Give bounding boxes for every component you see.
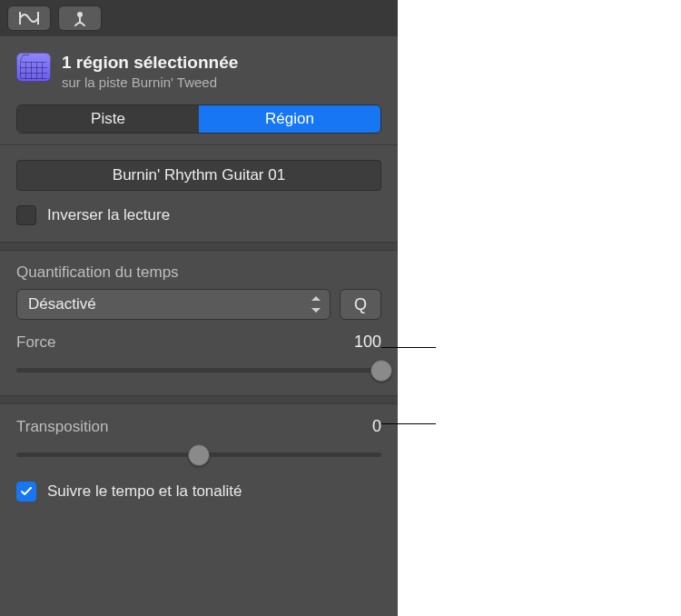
reverse-playback-checkbox[interactable]	[16, 205, 36, 225]
region-name-field[interactable]: Burnin' Rhythm Guitar 01	[16, 160, 381, 191]
tab-region[interactable]: Région	[199, 105, 380, 133]
strength-value: 100	[354, 333, 381, 352]
tab-track[interactable]: Piste	[17, 105, 199, 133]
quantize-button[interactable]: Q	[340, 289, 381, 320]
time-quantize-label: Quantification du temps	[16, 263, 381, 282]
flex-icon	[17, 10, 41, 26]
slider-thumb[interactable]	[188, 444, 210, 466]
inspector-panel: 1 région sélectionnée sur la piste Burni…	[0, 0, 398, 616]
selection-header: 1 région sélectionnée sur la piste Burni…	[0, 36, 398, 99]
follow-tempo-key-checkbox[interactable]	[16, 482, 36, 502]
time-quantize-section: Quantification du temps Désactivé Q Forc…	[0, 251, 398, 395]
transpose-section: Transposition 0 Suivre le tempo et la to…	[0, 404, 398, 516]
transpose-value: 0	[372, 417, 381, 436]
region-type-icon	[16, 53, 51, 82]
catch-icon	[70, 10, 90, 26]
reverse-playback-label: Inverser la lecture	[47, 206, 170, 224]
follow-tempo-key-label: Suivre le tempo et la tonalité	[47, 482, 242, 501]
inspector-mode-segmented: Piste Région	[16, 104, 381, 134]
title-block: 1 région sélectionnée sur la piste Burni…	[62, 53, 238, 90]
stepper-arrows-icon	[310, 296, 322, 313]
slider-track	[16, 368, 381, 373]
strength-slider[interactable]	[16, 359, 381, 381]
transpose-label: Transposition	[16, 418, 108, 436]
selection-subtitle: sur la piste Burnin' Tweed	[62, 75, 238, 90]
inspector-toolbar	[0, 0, 398, 36]
flex-mode-button[interactable]	[7, 5, 51, 31]
checkmark-icon	[21, 487, 32, 496]
slider-thumb[interactable]	[370, 360, 392, 382]
strength-label: Force	[16, 333, 55, 352]
reverse-playback-row: Inverser la lecture	[0, 202, 398, 242]
callout-line	[381, 347, 436, 348]
time-quantize-value: Désactivé	[28, 295, 96, 313]
transpose-slider[interactable]	[16, 443, 381, 465]
callout-line	[381, 423, 436, 424]
catch-button[interactable]	[58, 5, 102, 31]
selection-title: 1 région sélectionnée	[62, 53, 238, 73]
time-quantize-select[interactable]: Désactivé	[16, 289, 331, 320]
